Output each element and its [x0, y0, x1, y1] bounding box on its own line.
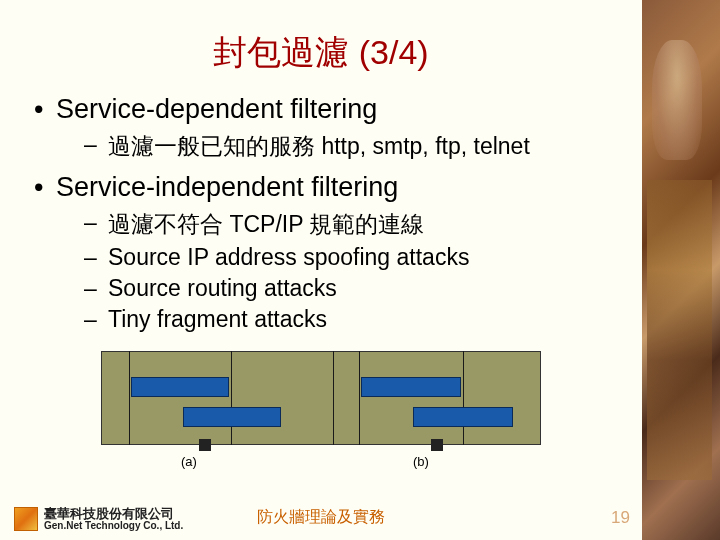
rect-a1: [131, 377, 229, 397]
rect-b1: [361, 377, 461, 397]
slide-footer: 臺華科技股份有限公司 Gen.Net Technology Co., Ltd. …: [0, 498, 720, 540]
page-number: 19: [611, 508, 630, 528]
bullet-l2-b4: Tiny fragment attacks: [84, 306, 622, 333]
vline-3: [333, 351, 334, 445]
slide-content: 封包過濾 (3/4) Service-dependent filtering 過…: [0, 0, 642, 540]
bullet-l2-b2: Source IP address spoofing attacks: [84, 244, 622, 271]
vline-2: [231, 351, 232, 445]
footer-center-text: 防火牆理論及實務: [0, 507, 642, 528]
vline-5: [463, 351, 464, 445]
bullet-list: Service-dependent filtering 過濾一般已知的服務 ht…: [30, 94, 622, 333]
bullet-l1-b: Service-independent filtering 過濾不符合 TCP/…: [30, 172, 622, 333]
tick-a: [205, 441, 206, 449]
decorative-right-strip: [642, 0, 720, 540]
diagram-background: [101, 351, 541, 445]
bullet-l2-a1: 過濾一般已知的服務 http, smtp, ftp, telnet: [84, 131, 622, 162]
rect-a2: [183, 407, 281, 427]
sublist-a: 過濾一般已知的服務 http, smtp, ftp, telnet: [84, 131, 622, 162]
title-zh: 封包過濾: [213, 33, 349, 71]
diagram-label-b: (b): [413, 454, 429, 469]
bullet-l2-b3: Source routing attacks: [84, 275, 622, 302]
vline-4: [359, 351, 360, 445]
rect-b2: [413, 407, 513, 427]
sublist-b: 過濾不符合 TCP/IP 規範的連線 Source IP address spo…: [84, 209, 622, 333]
slide-title: 封包過濾 (3/4): [20, 30, 622, 76]
bullet-l1-b-text: Service-independent filtering: [56, 172, 398, 202]
vline-1: [129, 351, 130, 445]
title-suffix: (3/4): [349, 33, 428, 71]
fragment-diagram: (a) (b): [101, 351, 541, 471]
bullet-l1-a: Service-dependent filtering 過濾一般已知的服務 ht…: [30, 94, 622, 162]
diagram-label-a: (a): [181, 454, 197, 469]
bullet-l1-a-text: Service-dependent filtering: [56, 94, 377, 124]
tick-b: [437, 441, 438, 449]
bullet-l2-b1: 過濾不符合 TCP/IP 規範的連線: [84, 209, 622, 240]
